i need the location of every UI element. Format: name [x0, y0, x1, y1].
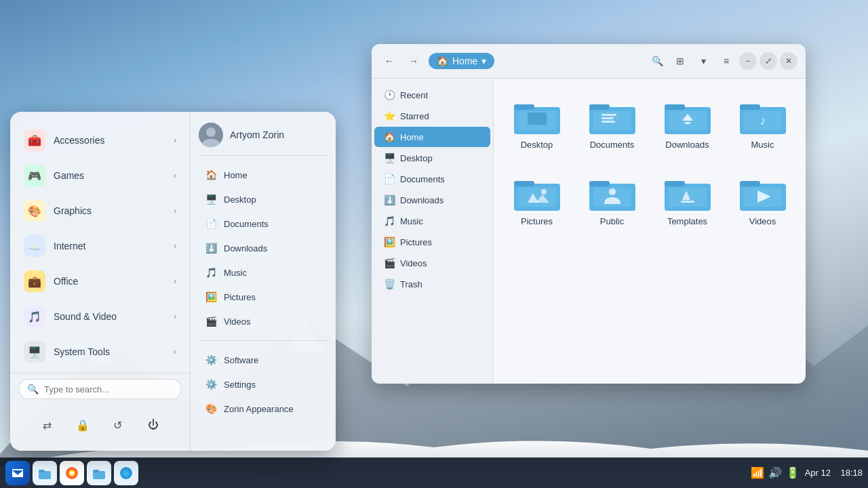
- battery-icon: 🔋: [786, 466, 800, 479]
- power-button[interactable]: ⏻: [141, 413, 165, 437]
- search-input[interactable]: [44, 384, 173, 394]
- system-tools-icon: 🖥️: [24, 341, 45, 363]
- fm-body: 🕐 Recent ⭐ Starred 🏠 Home 🖥️ Desktop 📄 D…: [372, 79, 806, 384]
- fm-sidebar-downloads[interactable]: ⬇️ Downloads: [374, 190, 490, 210]
- svg-point-33: [609, 188, 616, 195]
- switch-user-button[interactable]: ⇄: [35, 413, 60, 437]
- fm-menu-button[interactable]: ≡: [716, 51, 736, 71]
- fm-folder-pictures[interactable]: Pictures: [505, 166, 569, 232]
- fm-folder-documents[interactable]: Documents: [580, 89, 644, 155]
- user-avatar-img: [199, 123, 223, 147]
- right-documents-label: Documents: [224, 219, 269, 229]
- fm-sidebar-desktop[interactable]: 🖥️ Desktop: [374, 148, 490, 168]
- fm-folder-templates[interactable]: Templates: [655, 166, 719, 232]
- right-appearance-label: Zorin Appearance: [224, 404, 294, 414]
- taskbar-time: 18:18: [840, 468, 863, 478]
- fm-dropdown-icon: ▾: [481, 56, 486, 66]
- fm-folder-music[interactable]: ♪ Music: [730, 89, 795, 155]
- right-menu-pictures[interactable]: 🖼️ Pictures: [199, 286, 328, 308]
- fm-sidebar-documents[interactable]: 📄 Documents: [374, 169, 490, 189]
- category-internet[interactable]: ☁️ Internet ›: [16, 228, 184, 264]
- fm-close-button[interactable]: ✕: [780, 52, 797, 70]
- fm-folder-downloads-label: Downloads: [665, 140, 709, 150]
- category-graphics[interactable]: 🎨 Graphics ›: [16, 193, 184, 228]
- fm-desktop-icon: 🖥️: [384, 152, 395, 163]
- fm-sidebar-starred[interactable]: ⭐ Starred: [374, 106, 490, 126]
- graphics-label: Graphics: [54, 205, 165, 216]
- fm-downloads-icon: ⬇️: [384, 195, 395, 205]
- fm-search-button[interactable]: 🔍: [647, 51, 667, 71]
- accessories-icon: 🧰: [24, 129, 45, 151]
- right-music-icon: 🎵: [205, 267, 217, 278]
- fm-sidebar-pictures[interactable]: 🖼️ Pictures: [374, 232, 490, 252]
- fm-folder-pictures-label: Pictures: [521, 216, 553, 226]
- app-menu-bottom-icons: ⇄ 🔒 ↺ ⏻: [10, 407, 190, 445]
- fm-minimize-button[interactable]: −: [739, 52, 757, 70]
- right-menu-software[interactable]: ⚙️ Software: [199, 349, 328, 371]
- lock-screen-button[interactable]: 🔒: [71, 413, 95, 437]
- fm-location-bar[interactable]: 🏠 Home ▾: [429, 53, 494, 69]
- fm-folder-documents-label: Documents: [590, 140, 635, 150]
- svg-rect-14: [601, 121, 615, 123]
- fm-sidebar-trash[interactable]: 🗑️ Trash: [374, 274, 490, 294]
- right-menu-documents[interactable]: 📄 Documents: [199, 213, 328, 235]
- right-menu-home[interactable]: 🏠 Home: [199, 164, 328, 186]
- taskbar-software[interactable]: 🌐: [114, 461, 138, 485]
- sound-video-icon: 🎵: [24, 306, 45, 327]
- fm-forward-button[interactable]: →: [404, 52, 423, 70]
- restart-button[interactable]: ↺: [106, 413, 130, 437]
- fm-folder-desktop[interactable]: Desktop: [505, 89, 569, 155]
- svg-rect-13: [601, 117, 614, 119]
- graphics-icon: 🎨: [24, 200, 45, 222]
- fm-sidebar-recent[interactable]: 🕐 Recent: [374, 85, 490, 105]
- taskbar-right: 📶 🔊 🔋 Apr 12 18:18: [751, 466, 863, 479]
- search-box[interactable]: 🔍: [18, 379, 182, 399]
- fm-folder-grid: Desktop Documents: [505, 89, 795, 232]
- fm-maximize-button[interactable]: ⤢: [760, 52, 777, 70]
- svg-rect-6: [514, 104, 534, 110]
- fm-view-dropdown-button[interactable]: ▾: [693, 51, 713, 71]
- fm-folder-downloads[interactable]: Downloads: [655, 89, 719, 155]
- fm-folder-music-icon: ♪: [738, 95, 787, 136]
- category-office[interactable]: 💼 Office ›: [16, 264, 184, 299]
- right-menu-zorin-appearance[interactable]: 🎨 Zorin Appearance: [199, 398, 328, 420]
- fm-folder-videos[interactable]: Videos: [730, 166, 795, 232]
- games-arrow: ›: [174, 171, 176, 180]
- right-menu-music[interactable]: 🎵 Music: [199, 262, 328, 283]
- right-menu-desktop[interactable]: 🖥️ Desktop: [199, 188, 328, 210]
- svg-point-29: [541, 189, 547, 195]
- office-icon: 💼: [24, 270, 45, 292]
- svg-rect-21: [740, 104, 760, 110]
- fm-back-button[interactable]: ←: [380, 52, 399, 70]
- fm-trash-label: Trash: [400, 279, 422, 289]
- svg-rect-45: [39, 470, 45, 472]
- category-games[interactable]: 🎮 Games ›: [16, 158, 184, 193]
- fm-sidebar-music[interactable]: 🎵 Music: [374, 211, 490, 231]
- taskbar-apps: 🌐: [5, 461, 138, 485]
- fm-sidebar-home[interactable]: 🏠 Home: [374, 127, 490, 147]
- category-system-tools[interactable]: 🖥️ System Tools ›: [16, 334, 184, 367]
- right-menu-downloads[interactable]: ⬇️ Downloads: [199, 237, 328, 259]
- svg-rect-50: [93, 470, 99, 472]
- fm-folder-templates-icon: [663, 171, 712, 212]
- fm-folder-public[interactable]: Public: [580, 166, 644, 232]
- right-menu-videos[interactable]: 🎬 Videos: [199, 310, 328, 332]
- svg-rect-35: [665, 181, 685, 186]
- fm-folder-public-icon: [588, 171, 637, 212]
- taskbar-zorin-menu[interactable]: [5, 461, 30, 485]
- svg-rect-26: [518, 188, 556, 207]
- fm-toolbar-right: 🔍 ⊞ ▾ ≡ − ⤢ ✕: [647, 51, 797, 71]
- right-menu-settings[interactable]: ⚙️ Settings: [199, 373, 328, 395]
- category-sound-video[interactable]: 🎵 Sound & Video ›: [16, 299, 184, 334]
- taskbar-datetime[interactable]: Apr 12 18:18: [805, 468, 863, 478]
- taskbar-firefox[interactable]: [60, 461, 84, 485]
- app-menu-content: 🧰 Accessories › 🎮 Games › 🎨 Graphics › ☁…: [10, 112, 336, 451]
- taskbar-nautilus[interactable]: [87, 461, 111, 485]
- office-label: Office: [54, 276, 165, 287]
- fm-recent-icon: 🕐: [384, 89, 395, 100]
- taskbar-files[interactable]: [33, 461, 57, 485]
- category-accessories[interactable]: 🧰 Accessories ›: [16, 123, 184, 158]
- fm-view-button[interactable]: ⊞: [670, 51, 690, 71]
- internet-arrow: ›: [174, 241, 176, 251]
- fm-sidebar-videos[interactable]: 🎬 Videos: [374, 253, 490, 273]
